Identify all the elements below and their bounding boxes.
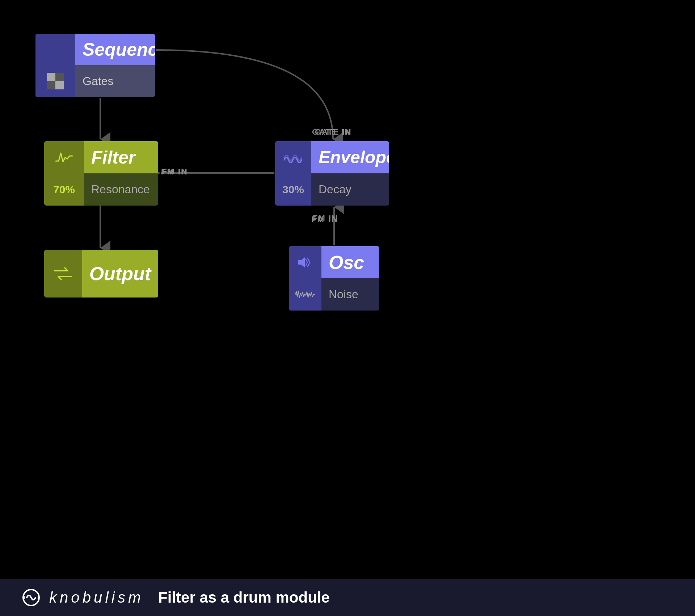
svg-rect-11 [298,260,301,265]
filter-icon [44,141,84,173]
sequencer-module: Sequencer Gates [35,34,155,97]
osc-name: Osc [321,246,379,278]
svg-rect-7 [47,73,55,81]
sequencer-param-icon [35,65,75,97]
envelope-module: Envelope 30% Decay [275,141,389,206]
envelope-param: Decay [311,173,389,206]
osc-module: Osc Noise [289,246,379,311]
envelope-wave-icon [275,141,311,173]
osc-waveform-icon [289,278,321,311]
svg-rect-10 [55,73,64,81]
output-arrows-icon [44,250,82,298]
filter-name: Filter [84,141,158,173]
output-module: Output [44,250,158,298]
footer-title: Filter as a drum module [158,589,330,606]
osc-param: Noise [321,278,379,311]
output-name: Output [82,250,158,298]
svg-rect-9 [47,81,55,89]
filter-value: 70% [44,173,84,206]
main-canvas: GATE IN FM IN FM IN Sequencer Gat [0,0,695,579]
fm-in-right-label-display: FM IN [311,215,338,224]
filter-param: Resonance [84,173,158,206]
footer: knobulism Filter as a drum module [0,579,695,616]
envelope-value: 30% [275,173,311,206]
svg-rect-8 [55,81,64,89]
gate-in-label-display: GATE IN [312,127,351,137]
fm-in-left-label-display: FM IN [161,167,188,177]
envelope-name: Envelope [311,141,389,173]
sequencer-gates-label: Gates [75,65,155,97]
sequencer-name: Sequencer [75,34,155,65]
svg-marker-12 [301,257,305,267]
filter-module: Filter 70% Resonance [44,141,158,206]
logo-icon [22,588,41,607]
footer-brand: knobulism [49,589,144,606]
osc-speaker-icon [289,246,321,278]
